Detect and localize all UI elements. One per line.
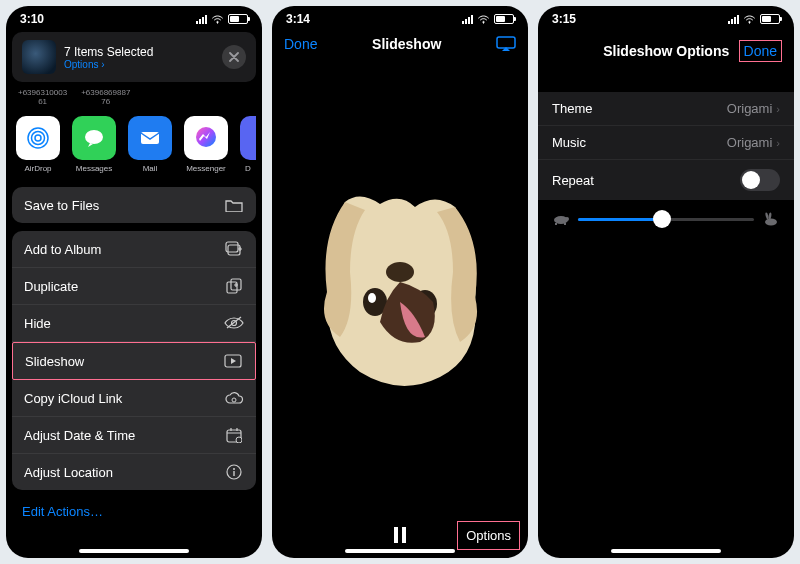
action-group: Add to Album Duplicate Hide Slideshow Co… bbox=[12, 231, 256, 490]
svg-rect-24 bbox=[402, 527, 406, 543]
svg-point-29 bbox=[765, 219, 777, 226]
play-rect-icon bbox=[223, 353, 243, 369]
close-icon bbox=[229, 52, 239, 62]
eye-off-icon bbox=[224, 315, 244, 331]
action-copy-icloud-link[interactable]: Copy iCloud Link bbox=[12, 380, 256, 417]
wifi-icon bbox=[743, 15, 756, 24]
contact-item[interactable]: +6396869887 76 bbox=[81, 88, 130, 106]
action-slideshow[interactable]: Slideshow bbox=[12, 342, 256, 380]
messages-icon bbox=[72, 116, 116, 160]
slideshow-stage[interactable] bbox=[272, 62, 528, 512]
svg-point-30 bbox=[765, 212, 769, 219]
svg-rect-4 bbox=[141, 132, 159, 144]
edit-actions-link[interactable]: Edit Actions… bbox=[6, 494, 262, 529]
cellular-icon bbox=[728, 15, 739, 24]
home-indicator[interactable] bbox=[345, 549, 455, 553]
option-repeat: Repeat bbox=[538, 160, 794, 200]
status-time: 3:15 bbox=[552, 12, 576, 26]
wifi-icon bbox=[477, 15, 490, 24]
pause-icon bbox=[393, 527, 407, 543]
status-bar: 3:10 bbox=[6, 6, 262, 26]
airplay-icon bbox=[496, 36, 516, 52]
status-bar: 3:14 bbox=[272, 6, 528, 26]
app-mail[interactable]: Mail bbox=[128, 116, 172, 173]
svg-point-20 bbox=[368, 293, 376, 303]
battery-icon bbox=[760, 14, 780, 24]
home-indicator[interactable] bbox=[611, 549, 721, 553]
slideshow-playback-screen: 3:14 Done Slideshow bbox=[272, 6, 528, 558]
svg-point-22 bbox=[386, 262, 414, 282]
action-adjust-location[interactable]: Adjust Location bbox=[12, 454, 256, 490]
done-button[interactable]: Done bbox=[739, 40, 782, 62]
options-button[interactable]: Options bbox=[457, 521, 520, 550]
repeat-toggle[interactable] bbox=[740, 169, 780, 191]
svg-point-3 bbox=[85, 130, 103, 144]
slideshow-header: Done Slideshow bbox=[272, 26, 528, 62]
messenger-icon bbox=[184, 116, 228, 160]
cloud-icon bbox=[224, 390, 244, 406]
rabbit-icon bbox=[762, 212, 780, 226]
app-messages[interactable]: Messages bbox=[72, 116, 116, 173]
svg-point-26 bbox=[565, 217, 569, 221]
status-indicators bbox=[462, 14, 514, 24]
app-messenger[interactable]: Messenger bbox=[184, 116, 228, 173]
close-button[interactable] bbox=[222, 45, 246, 69]
info-icon bbox=[224, 464, 244, 480]
option-theme[interactable]: Theme Origami› bbox=[538, 92, 794, 126]
status-indicators bbox=[728, 14, 780, 24]
svg-rect-28 bbox=[564, 223, 566, 225]
airplay-button[interactable] bbox=[496, 36, 516, 52]
share-header: 7 Items Selected Options › bbox=[12, 32, 256, 82]
option-music[interactable]: Music Origami› bbox=[538, 126, 794, 160]
selection-thumbnail bbox=[22, 40, 56, 74]
slideshow-options-screen: 3:15 Slideshow Options Done Theme Origam… bbox=[538, 6, 794, 558]
action-save-to-files[interactable]: Save to Files bbox=[12, 187, 256, 223]
svg-point-14 bbox=[236, 437, 242, 443]
slideshow-image bbox=[305, 182, 495, 392]
action-adjust-date-time[interactable]: Adjust Date & Time bbox=[12, 417, 256, 454]
action-add-to-album[interactable]: Add to Album bbox=[12, 231, 256, 268]
options-header: Slideshow Options Done bbox=[538, 26, 794, 74]
slider-thumb[interactable] bbox=[653, 210, 671, 228]
done-button[interactable]: Done bbox=[284, 36, 317, 52]
status-time: 3:14 bbox=[286, 12, 310, 26]
app-discord[interactable]: D bbox=[240, 116, 256, 173]
duplicate-icon bbox=[224, 278, 244, 294]
folder-icon bbox=[224, 197, 244, 213]
chevron-right-icon: › bbox=[776, 137, 780, 149]
mail-icon bbox=[128, 116, 172, 160]
wifi-icon bbox=[211, 15, 224, 24]
cellular-icon bbox=[196, 15, 207, 24]
svg-point-1 bbox=[32, 132, 45, 145]
pause-button[interactable] bbox=[393, 527, 407, 543]
options-list: Theme Origami› Music Origami› Repeat bbox=[538, 92, 794, 200]
action-hide[interactable]: Hide bbox=[12, 305, 256, 342]
airdrop-icon bbox=[16, 116, 60, 160]
cellular-icon bbox=[462, 15, 473, 24]
calendar-icon bbox=[224, 427, 244, 443]
action-duplicate[interactable]: Duplicate bbox=[12, 268, 256, 305]
home-indicator[interactable] bbox=[79, 549, 189, 553]
options-link[interactable]: Options › bbox=[64, 59, 222, 70]
album-icon bbox=[224, 241, 244, 257]
chevron-right-icon: › bbox=[776, 103, 780, 115]
svg-rect-17 bbox=[497, 37, 515, 48]
svg-point-16 bbox=[233, 468, 235, 470]
contact-item[interactable]: +6396310003 61 bbox=[18, 88, 67, 106]
share-sheet-screen: 3:10 7 Items Selected Options › +6396310… bbox=[6, 6, 262, 558]
share-apps-row[interactable]: AirDrop Messages Mail Messenger D bbox=[6, 110, 262, 183]
discord-icon bbox=[240, 116, 256, 160]
status-bar: 3:15 bbox=[538, 6, 794, 26]
screen-title: Slideshow Options bbox=[594, 43, 739, 59]
battery-icon bbox=[494, 14, 514, 24]
battery-icon bbox=[228, 14, 248, 24]
app-airdrop[interactable]: AirDrop bbox=[16, 116, 60, 173]
status-indicators bbox=[196, 14, 248, 24]
speed-slider-row bbox=[538, 200, 794, 238]
svg-rect-27 bbox=[555, 223, 557, 225]
save-group: Save to Files bbox=[12, 187, 256, 223]
svg-point-12 bbox=[232, 398, 236, 402]
speed-slider[interactable] bbox=[578, 218, 754, 221]
svg-point-0 bbox=[35, 135, 41, 141]
screen-title: Slideshow bbox=[372, 36, 441, 52]
